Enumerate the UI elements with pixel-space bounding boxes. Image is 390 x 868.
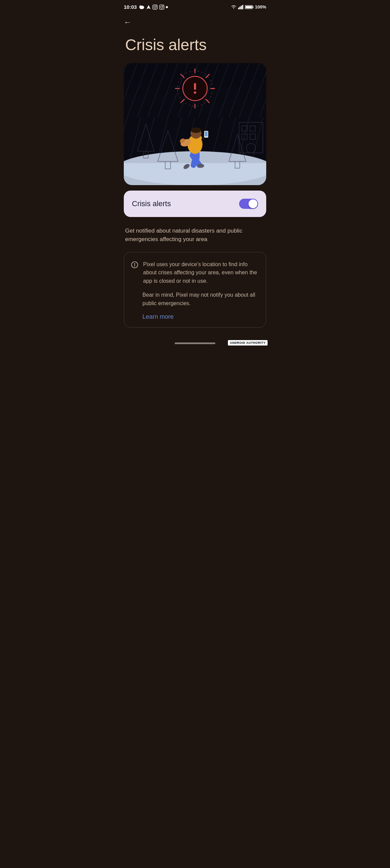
notification-dot [166,6,168,8]
svg-rect-4 [153,5,157,9]
svg-rect-13 [241,6,242,9]
info-card: Pixel uses your device's location to fin… [124,252,266,328]
svg-rect-12 [239,6,240,9]
battery-percent: 100% [255,4,266,9]
toggle-knob [249,199,257,208]
wifi-icon [231,5,237,9]
svg-point-5 [154,6,156,8]
svg-rect-16 [253,6,253,8]
svg-point-99 [191,127,201,133]
svg-point-63 [194,91,196,94]
svg-rect-62 [194,83,196,90]
status-time: 10:03 [124,4,137,10]
illustration-card [124,63,266,185]
status-right: 100% [231,4,266,9]
instagram-icon-1 [152,4,158,10]
description-text: Get notified about natural disasters and… [117,222,273,252]
cloud-icon [139,5,145,9]
toggle-card[interactable]: Crisis alerts [124,191,266,217]
navigation-icon [146,5,151,9]
svg-rect-7 [160,5,164,9]
svg-point-10 [166,6,168,8]
status-bar: 10:03 [117,0,273,13]
svg-point-101 [134,263,135,264]
svg-point-6 [156,5,157,6]
learn-more-link[interactable]: Learn more [131,313,259,320]
instagram-icon-2 [159,4,164,10]
svg-rect-14 [242,5,243,9]
page-title: Crisis alerts [117,29,273,63]
battery-icon [245,5,254,9]
toggle-label: Crisis alerts [132,199,171,208]
svg-rect-17 [245,6,252,8]
svg-point-8 [161,6,163,8]
svg-point-2 [142,6,144,8]
status-icons [139,4,168,10]
info-icon [131,261,138,270]
svg-marker-3 [147,5,151,9]
home-indicator[interactable] [175,342,215,344]
crisis-alerts-toggle[interactable] [239,199,258,209]
svg-point-9 [163,5,163,6]
signal-icon [238,5,243,9]
svg-rect-97 [205,132,208,136]
info-text-primary: Pixel uses your device's location to fin… [143,260,259,285]
crisis-illustration [124,63,266,185]
svg-rect-11 [238,7,239,9]
info-text-secondary: Bear in mind, Pixel may not notify you a… [131,291,259,308]
watermark: ANDROID AUTHORITY [228,340,268,346]
svg-point-90 [197,164,204,168]
back-button[interactable]: ← [117,13,138,29]
info-card-content: Pixel uses your device's location to fin… [131,260,259,285]
status-left: 10:03 [124,4,168,10]
